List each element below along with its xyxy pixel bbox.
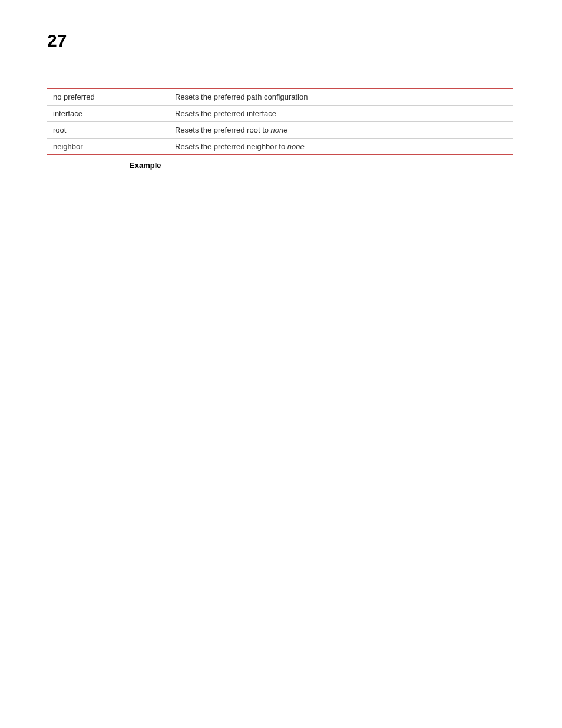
table-row: root Resets the preferred root to none: [47, 122, 513, 138]
table-row: interface Resets the preferred interface: [47, 106, 513, 121]
row-description: Resets the preferred interface: [175, 109, 513, 118]
row-label: interface: [53, 109, 175, 118]
row-description: Resets the preferred root to none: [175, 126, 513, 134]
header-rule: [47, 71, 513, 71]
page-number: 27: [47, 31, 67, 51]
row-label: neighbor: [53, 142, 175, 151]
parameter-table: no preferred Resets the preferred path c…: [47, 88, 513, 155]
table-row: no preferred Resets the preferred path c…: [47, 89, 513, 105]
row-label: no preferred: [53, 93, 175, 101]
row-label: root: [53, 126, 175, 134]
row-description: Resets the preferred neighbor to none: [175, 142, 513, 151]
example-heading: Example: [130, 161, 161, 170]
row-description: Resets the preferred path configuration: [175, 93, 513, 101]
table-divider-bottom: [47, 154, 513, 155]
table-row: neighbor Resets the preferred neighbor t…: [47, 139, 513, 154]
